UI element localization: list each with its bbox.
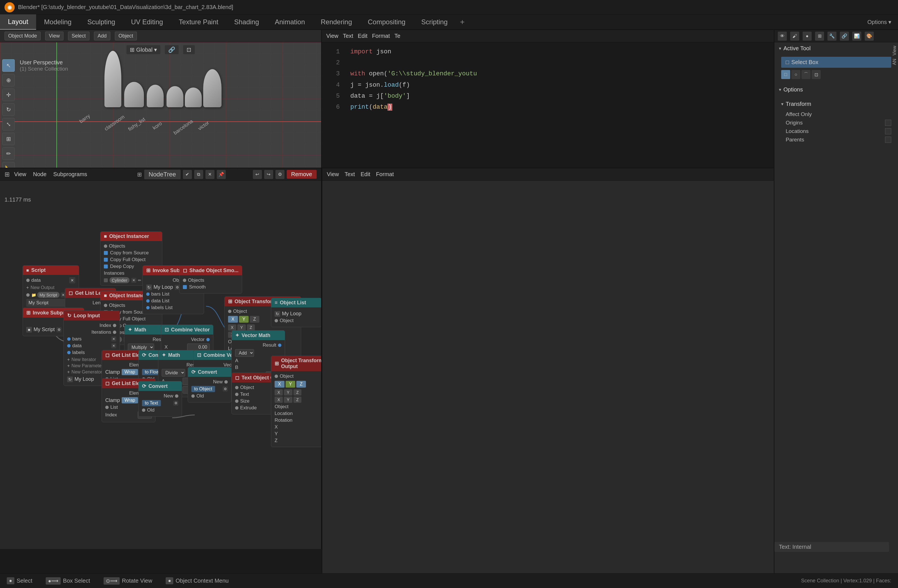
tab-compositing[interactable]: Compositing [360,14,413,30]
transform-global[interactable]: ⊞ Global ▾ [126,45,160,54]
to-object-button[interactable]: to Object [191,386,215,392]
locations-checkbox[interactable] [885,128,891,134]
node-canvas[interactable]: 1.1177 ms .wire { fill: none; stroke-wid… [0,181,321,549]
close-node-icon[interactable]: ✕ [206,170,214,179]
node-editor-header: ⊞ View Node Subprograms ⊞ NodeTree ✔ ⧉ ✕… [0,168,321,181]
object-mode-button[interactable]: Object Mode [5,32,41,40]
modifier-icon[interactable]: 🔧 [827,32,836,41]
scale-tool-button[interactable]: ⤡ [2,118,15,131]
transform-subsection[interactable]: ▾ Transform [781,98,891,110]
options-section[interactable]: ▾ Options [774,83,898,96]
te-menu-script[interactable]: Te [395,33,400,39]
remove-bars-icon[interactable]: ✕ [111,337,116,342]
view-label-side[interactable]: View [892,46,897,55]
tab-modeling[interactable]: Modeling [36,14,79,30]
format-menu-script[interactable]: Format [372,33,390,39]
select-menu[interactable]: Select [68,32,89,40]
redo-node-icon[interactable]: ↪ [264,170,273,179]
undo-node-icon[interactable]: ↩ [253,170,262,179]
script-content-area[interactable]: 1 import json 2 3 with open('G:\\study_b… [322,42,774,118]
rotate-label: Rotate View [122,577,152,584]
remove-cylinder-icon[interactable]: ✕ [131,278,136,283]
select-lasso-tool-icon[interactable]: ⌒ [801,70,810,79]
view-menu-script[interactable]: View [326,33,338,39]
select-box-item[interactable]: □ Select Box [781,57,891,68]
settings-node-icon[interactable]: ⚙ [275,170,284,179]
remove-data-icon[interactable]: ✕ [111,343,116,348]
z-button[interactable]: Z [250,316,259,323]
snap-btn[interactable]: ⊡ [183,45,195,54]
y-button-2[interactable]: Y [286,381,295,388]
settings-script-icon[interactable]: ⚙ [57,327,62,332]
parents-checkbox[interactable] [885,137,891,143]
script-editor: View Text Edit Format Te 1 import json 2… [322,30,774,168]
active-tool-section[interactable]: ▾ Active Tool [774,42,898,54]
material-icon[interactable]: 🎨 [865,32,874,41]
to-text-button[interactable]: to Text [142,400,161,406]
tab-layout[interactable]: Layout [0,14,36,30]
select-box-tool-icon[interactable]: □ [781,70,790,79]
dot-icon [191,394,195,398]
options-button[interactable]: Options ▾ [867,18,898,25]
move-tool-button[interactable]: ✛ [2,89,15,101]
transform-tool-button[interactable]: ⊞ [2,133,15,145]
convert-3-body: New to Object ⚙ Old [188,377,231,402]
add-tab-button[interactable]: + [455,15,469,29]
pin-icon[interactable]: 📌 [217,170,226,179]
view-3d-icon[interactable]: 👁 [778,32,787,41]
rotate-tool-button[interactable]: ↻ [2,103,15,116]
data-icon[interactable]: 📊 [852,32,861,41]
node-menu-node[interactable]: Node [33,171,46,177]
x-button-2[interactable]: X [275,381,284,388]
tab-animation[interactable]: Animation [267,14,313,30]
tab-texture-paint[interactable]: Texture Paint [171,14,226,30]
tab-scripting[interactable]: Scripting [414,14,455,30]
props-view-menu[interactable]: View [327,171,339,177]
select-circle-tool-icon[interactable]: ○ [791,70,800,79]
props-text-menu[interactable]: Text [344,171,355,177]
select-all-tool-icon[interactable]: ⊡ [812,70,821,79]
viewport-canvas[interactable]: barry classroom fishy_list koro barcelon… [0,42,321,168]
props-edit-menu[interactable]: Edit [361,171,370,177]
annotate-tool-button[interactable]: ✏ [2,147,15,160]
brush-icon[interactable]: 🖌 [790,32,799,41]
tab-uv-editing[interactable]: UV Editing [123,14,171,30]
grid-icon[interactable]: ⊞ [815,32,824,41]
vector-math-op-select[interactable]: Add [235,349,254,357]
tab-sculpting[interactable]: Sculpting [79,14,123,30]
locations-row: Locations [786,127,891,135]
cursor-tool-button[interactable]: ⊕ [2,74,15,86]
object-menu[interactable]: Object [115,32,137,40]
text-menu-script[interactable]: Text [343,33,353,39]
tab-rendering[interactable]: Rendering [313,14,360,30]
wrap-button-2[interactable]: Wrap [121,397,138,403]
convert3-settings-icon[interactable]: ⚙ [223,386,228,391]
math-2-operation-select[interactable]: Divide [162,369,185,377]
view-menu[interactable]: View [45,32,63,40]
shield-icon[interactable]: ✔ [183,170,192,179]
node-tree-name[interactable]: NodeTree [144,170,181,179]
constraint-icon[interactable]: 🔗 [840,32,849,41]
view-menu-node[interactable]: View [14,171,26,177]
clear-input-button[interactable]: ✕ [69,277,75,283]
copy-icon[interactable]: ⧉ [194,170,203,179]
x-button[interactable]: X [228,316,238,323]
wrap-button[interactable]: Wrap [121,369,138,375]
an-label-side[interactable]: AN [892,59,897,65]
edit-menu-script[interactable]: Edit [358,33,368,39]
remove-button[interactable]: Remove [287,170,317,179]
status-right-info: Scene Collection | Vertex:1.029 | Faces: [801,578,891,584]
sphere-icon[interactable]: ● [803,32,812,41]
measure-tool-button[interactable]: 📐 [2,162,15,168]
convert-settings-icon[interactable]: ⚙ [173,400,178,406]
subprograms-menu-node[interactable]: Subprograms [53,171,87,177]
select-tool-button[interactable]: ↖ [2,59,15,72]
edit-icon[interactable]: ✏ [138,278,141,283]
origins-checkbox[interactable] [885,120,891,126]
y-button[interactable]: Y [239,316,249,323]
props-format-menu[interactable]: Format [376,171,394,177]
proportional-btn[interactable]: 🔗 [165,45,178,54]
tab-shading[interactable]: Shading [226,14,267,30]
z-button-2[interactable]: Z [296,381,306,388]
add-menu[interactable]: Add [94,32,110,40]
